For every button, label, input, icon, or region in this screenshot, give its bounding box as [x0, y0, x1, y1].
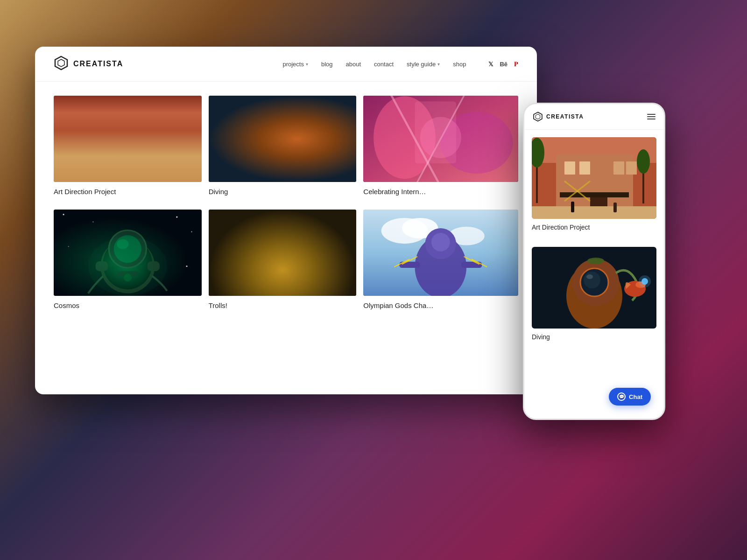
svg-point-93	[637, 149, 650, 174]
svg-rect-5	[93, 120, 105, 135]
svg-point-108	[587, 258, 604, 264]
chat-bubble-icon: 💬	[617, 392, 626, 401]
desktop-navbar: CREATISTA projects ▾ blog about contact …	[35, 47, 537, 82]
nav-projects[interactable]: projects ▾	[282, 61, 308, 68]
chevron-down-icon: ▾	[437, 62, 440, 67]
desktop-nav-links: projects ▾ blog about contact style guid…	[282, 60, 518, 68]
project-title-trolls: Trolls!	[209, 301, 357, 309]
twitter-icon[interactable]: 𝕏	[488, 61, 493, 68]
svg-rect-52	[96, 261, 108, 271]
svg-rect-12	[61, 108, 63, 168]
svg-point-22	[258, 105, 312, 160]
svg-point-103	[586, 274, 593, 279]
svg-point-75	[431, 233, 450, 252]
svg-rect-68	[209, 283, 357, 296]
svg-rect-8	[164, 120, 176, 135]
mobile-project-title-art-direction: Art Direction Project	[532, 224, 656, 231]
project-title-cosmos: Cosmos	[54, 301, 202, 309]
project-thumb-olympian	[363, 210, 518, 296]
project-item-trolls[interactable]: Trolls!	[209, 210, 364, 323]
chat-button[interactable]: 💬 Chat	[609, 388, 651, 406]
desktop-browser-card: CREATISTA projects ▾ blog about contact …	[35, 47, 537, 394]
svg-rect-10	[88, 155, 167, 161]
svg-rect-95	[613, 203, 617, 212]
mobile-project-title-diving: Diving	[532, 333, 656, 341]
svg-marker-79	[536, 114, 540, 119]
project-item-celebrating[interactable]: Celebrating Intern…	[363, 96, 518, 210]
svg-point-45	[186, 266, 187, 267]
project-title-art-direction: Art Direction Project	[54, 188, 202, 196]
svg-point-65	[282, 253, 289, 260]
project-title-celebrating: Celebrating Intern…	[363, 188, 518, 196]
project-thumb-diving	[209, 96, 357, 182]
svg-point-50	[114, 235, 141, 263]
svg-point-43	[191, 231, 192, 232]
svg-point-15	[176, 106, 190, 134]
svg-point-46	[100, 239, 155, 293]
svg-point-13	[54, 96, 71, 128]
nav-contact[interactable]: contact	[374, 61, 394, 68]
svg-point-47	[103, 238, 153, 289]
project-thumb-trolls	[209, 210, 357, 296]
logo-icon	[54, 56, 69, 72]
project-item-cosmos[interactable]: Cosmos	[54, 210, 209, 323]
social-icons-group: 𝕏 Bē 𝐏	[488, 60, 518, 68]
svg-marker-78	[534, 112, 542, 121]
svg-rect-11	[54, 169, 202, 182]
svg-point-66	[279, 260, 282, 263]
desktop-brand-name: CREATISTA	[73, 60, 123, 68]
project-grid: Art Direction Project	[35, 82, 537, 337]
svg-point-41	[92, 221, 93, 222]
svg-point-28	[337, 128, 345, 136]
svg-point-102	[584, 272, 600, 288]
svg-point-40	[63, 214, 64, 215]
project-title-diving: Diving	[209, 188, 357, 196]
svg-point-25	[274, 124, 282, 130]
project-item-art-direction[interactable]: Art Direction Project	[54, 96, 209, 210]
svg-rect-7	[150, 120, 162, 135]
project-item-diving[interactable]: Diving	[209, 96, 364, 210]
behance-icon[interactable]: Bē	[500, 61, 507, 68]
svg-point-48	[109, 230, 146, 267]
mobile-brand-name: CREATISTA	[546, 113, 584, 120]
nav-about[interactable]: about	[346, 61, 361, 68]
svg-rect-86	[626, 161, 637, 175]
svg-rect-16	[100, 165, 104, 177]
mobile-project-item-diving[interactable]: Diving	[532, 239, 656, 341]
svg-point-29	[334, 125, 348, 139]
project-item-olympian[interactable]: Olympian Gods Cha…	[363, 210, 518, 323]
nav-blog[interactable]: blog	[321, 61, 333, 68]
nav-shop[interactable]: shop	[453, 61, 466, 68]
svg-point-60	[268, 210, 276, 218]
svg-point-61	[282, 210, 288, 214]
project-title-olympian: Olympian Gods Cha…	[363, 301, 518, 309]
svg-point-56	[88, 237, 167, 296]
svg-point-24	[270, 120, 290, 140]
svg-point-23	[267, 117, 298, 149]
mobile-logo-area[interactable]: CREATISTA	[533, 112, 584, 122]
svg-point-26	[317, 131, 342, 149]
mobile-thumb-diving	[532, 247, 656, 329]
svg-point-55	[124, 273, 132, 281]
svg-rect-89	[532, 206, 656, 219]
svg-point-51	[117, 239, 128, 249]
svg-point-21	[250, 111, 314, 182]
project-thumb-cosmos	[54, 210, 202, 296]
svg-rect-9	[123, 157, 142, 182]
svg-rect-4	[83, 113, 172, 182]
pinterest-icon[interactable]: 𝐏	[514, 60, 518, 68]
svg-rect-83	[564, 161, 575, 175]
svg-point-38	[420, 117, 461, 158]
svg-point-63	[272, 250, 293, 268]
svg-rect-3	[54, 96, 202, 123]
mobile-project-item-art-direction[interactable]: Art Direction Project	[532, 130, 656, 231]
nav-style-guide[interactable]: style guide ▾	[407, 61, 440, 68]
svg-rect-20	[209, 96, 357, 182]
hamburger-menu-icon[interactable]	[647, 114, 655, 119]
svg-point-30	[275, 105, 295, 113]
svg-point-49	[114, 235, 141, 263]
desktop-logo-area[interactable]: CREATISTA	[54, 56, 123, 72]
svg-point-42	[176, 216, 177, 217]
svg-line-18	[93, 142, 122, 164]
svg-line-19	[93, 142, 122, 164]
